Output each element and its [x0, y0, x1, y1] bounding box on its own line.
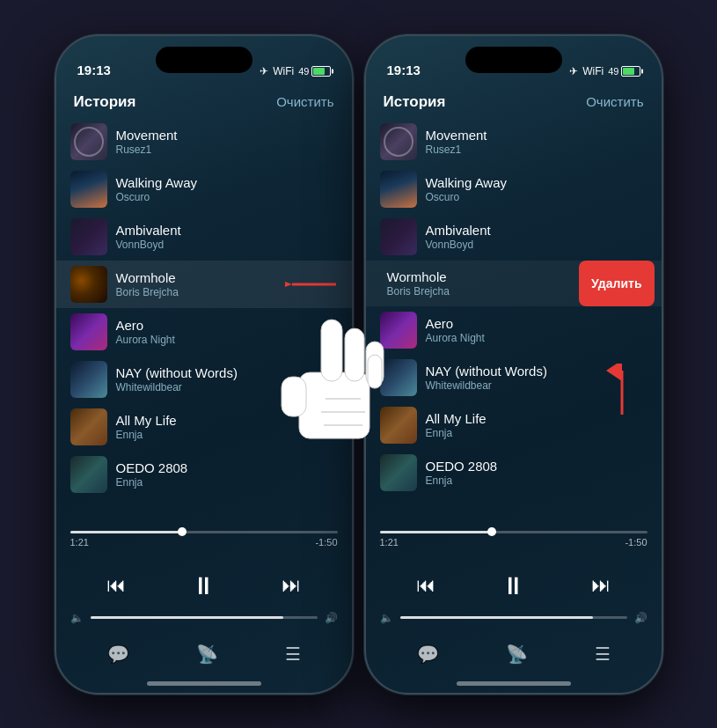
airplane-icon: ✈: [260, 65, 268, 77]
pause-btn-right[interactable]: ⏸: [501, 571, 525, 600]
delete-button[interactable]: Удалить: [579, 261, 654, 306]
artwork-oedo-right: [380, 454, 417, 491]
track-artist-nay-left: Whitewildbear: [116, 381, 338, 393]
progress-fill-right: [380, 531, 493, 533]
queue-icon-left[interactable]: ☰: [285, 643, 301, 665]
progress-fill-left: [70, 531, 183, 533]
clear-btn-left[interactable]: Очистить: [276, 94, 333, 109]
battery-box-left: [311, 66, 331, 77]
volume-area-right: 🔈 🔊: [380, 612, 647, 624]
prev-btn-right[interactable]: ⏮: [416, 574, 435, 597]
volume-low-icon-right: 🔈: [380, 612, 393, 624]
volume-area-left: 🔈 🔊: [70, 612, 338, 624]
history-header-right: История Очистить: [366, 85, 662, 118]
volume-fill-right: [400, 616, 593, 619]
track-name-nay-left: NAY (without Words): [116, 365, 338, 380]
track-item-nay-left[interactable]: NAY (without Words) Whitewildbear: [56, 356, 352, 403]
track-item-allmylife-right[interactable]: All My Life Ennja: [366, 401, 662, 449]
track-item-nay-right[interactable]: NAY (without Words) Whitewildbear: [366, 354, 662, 401]
next-btn-left[interactable]: ⏭: [282, 574, 301, 597]
progress-area-left[interactable]: 1:21 -1:50: [70, 531, 338, 548]
battery-pct-left: 49: [298, 66, 309, 77]
track-item-wormhole-left[interactable]: Wormhole Boris Brejcha: [56, 261, 352, 308]
track-item-allmylife-left[interactable]: All My Life Ennja: [56, 403, 352, 451]
track-item-ambivalent-right[interactable]: Ambivalent VonnBoyd: [366, 213, 662, 261]
left-phone: 19:13 ✈ WiFi 49 История Очистить: [55, 34, 354, 695]
track-list-right: Movement Rusez1 Walking Away Oscuro: [366, 118, 662, 496]
track-artist-allmylife-left: Ennja: [116, 429, 338, 441]
pause-btn-left[interactable]: ⏸: [191, 571, 216, 600]
artwork-aero-left: [70, 313, 107, 350]
wifi-icon-right: WiFi: [582, 65, 604, 77]
track-item-walking-right[interactable]: Walking Away Oscuro: [366, 165, 662, 213]
volume-high-icon-right: 🔊: [634, 612, 647, 624]
delete-label: Удалить: [591, 276, 641, 290]
battery-icon-right: 49: [608, 66, 640, 77]
artwork-wormhole-left: [70, 266, 107, 303]
volume-low-icon-left: 🔈: [70, 612, 84, 624]
track-name-walking-right: Walking Away: [426, 175, 647, 190]
track-info-nay-right: NAY (without Words) Whitewildbear: [426, 364, 647, 392]
track-list-left: Movement Rusez1 Walking Away Oscuro: [56, 118, 352, 498]
progress-bar-right: [380, 531, 647, 533]
chat-icon-left[interactable]: 💬: [107, 643, 129, 665]
bottom-nav-left: 💬 📡 ☰: [56, 624, 352, 684]
track-item-wormhole-right[interactable]: Wormhole Boris Brejcha Удалить: [366, 261, 662, 306]
track-name-nay-right: NAY (without Words): [426, 364, 647, 379]
battery-box-right: [621, 66, 640, 77]
player-controls-right: ⏮ ⏸ ⏭: [366, 571, 662, 600]
track-item-movement-right[interactable]: Movement Rusez1: [366, 118, 662, 165]
track-item-oedo-left[interactable]: OEDO 2808 Ennja: [56, 451, 352, 498]
artwork-allmylife-right: [380, 407, 417, 444]
track-name-aero-left: Aero: [116, 318, 338, 333]
track-item-oedo-right[interactable]: OEDO 2808 Ennja: [366, 449, 662, 496]
track-name-walking-left: Walking Away: [116, 175, 338, 190]
next-btn-right[interactable]: ⏭: [591, 574, 611, 597]
artwork-movement-right: [380, 123, 417, 160]
airplane-icon-right: ✈: [569, 65, 578, 77]
battery-icon-left: 49: [298, 66, 330, 77]
track-name-aero-right: Aero: [426, 316, 647, 331]
progress-current-right: 1:21: [380, 537, 399, 548]
track-item-walking-left[interactable]: Walking Away Oscuro: [56, 165, 352, 213]
artwork-ambivalent-right: [380, 218, 417, 255]
battery-pct-right: 49: [608, 66, 618, 77]
track-artist-ambivalent-left: VonnBoyd: [116, 239, 338, 251]
bottom-nav-right: 💬 📡 ☰: [366, 624, 662, 684]
arrow-indicator-left: [285, 274, 338, 295]
status-time-right: 19:13: [387, 63, 421, 77]
status-icons-left: ✈ WiFi 49: [260, 65, 330, 77]
volume-bar-right[interactable]: [400, 616, 627, 619]
artwork-ambivalent-left: [70, 218, 107, 255]
phones-container: 19:13 ✈ WiFi 49 История Очистить: [55, 34, 663, 695]
artwork-walking-left: [70, 171, 107, 208]
artwork-nay-right: [380, 359, 417, 396]
prev-btn-left[interactable]: ⏮: [106, 574, 126, 597]
track-artist-movement-left: Rusez1: [116, 143, 338, 156]
volume-high-icon-left: 🔊: [325, 612, 338, 624]
battery-fill-right: [623, 68, 635, 75]
airplay-icon-left[interactable]: 📡: [196, 643, 218, 665]
track-artist-oedo-right: Ennja: [426, 474, 647, 487]
track-item-aero-right[interactable]: Aero Aurora Night: [366, 306, 662, 354]
home-indicator-left: [147, 681, 261, 686]
progress-times-right: 1:21 -1:50: [380, 537, 647, 548]
progress-remaining-right: -1:50: [625, 537, 647, 548]
track-info-oedo-right: OEDO 2808 Ennja: [426, 459, 647, 487]
track-info-aero-left: Aero Aurora Night: [116, 318, 338, 346]
track-item-ambivalent-left[interactable]: Ambivalent VonnBoyd: [56, 213, 352, 261]
airplay-icon-right[interactable]: 📡: [506, 643, 528, 665]
artwork-nay-left: [70, 361, 107, 398]
history-title-left: История: [74, 93, 136, 111]
track-name-movement-right: Movement: [426, 128, 647, 143]
track-item-aero-left[interactable]: Aero Aurora Night: [56, 308, 352, 356]
queue-icon-right[interactable]: ☰: [595, 643, 611, 665]
clear-btn-right[interactable]: Очистить: [586, 94, 643, 109]
track-item-movement-left[interactable]: Movement Rusez1: [56, 118, 352, 165]
volume-bar-left[interactable]: [91, 616, 318, 619]
progress-area-right[interactable]: 1:21 -1:50: [380, 531, 647, 548]
track-name-wormhole-right: Wormhole: [387, 269, 574, 284]
progress-current-left: 1:21: [70, 537, 89, 548]
chat-icon-right[interactable]: 💬: [417, 643, 439, 665]
home-indicator-right: [457, 681, 571, 686]
